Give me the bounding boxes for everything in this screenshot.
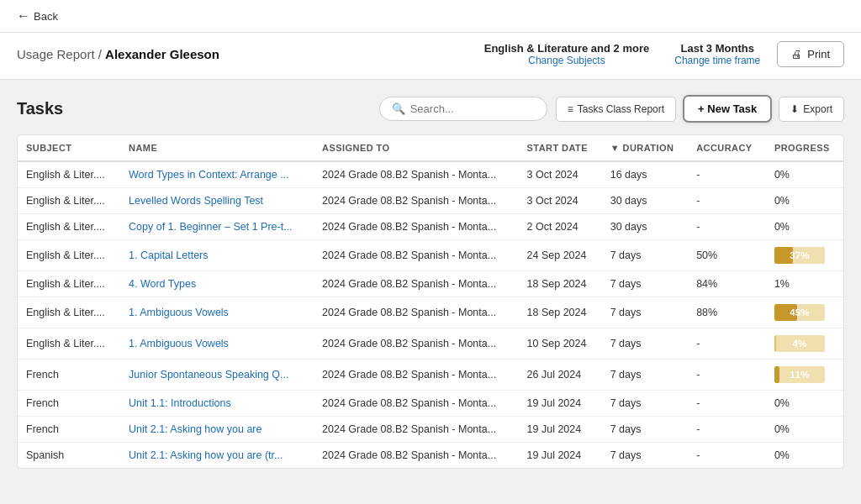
breadcrumb-prefix: Usage Report / bbox=[17, 47, 105, 61]
cell-subject: English & Liter.... bbox=[18, 240, 120, 271]
cell-assigned-to: 2024 Grade 08.B2 Spanish - Monta... bbox=[314, 161, 518, 188]
cell-name[interactable]: Copy of 1. Beginner – Set 1 Pre-t... bbox=[120, 214, 314, 240]
task-name-link[interactable]: Junior Spontaneous Speaking Q... bbox=[129, 369, 288, 381]
cell-assigned-to: 2024 Grade 08.B2 Spanish - Monta... bbox=[314, 443, 518, 469]
table-row: English & Liter....1. Ambiguous Vowels20… bbox=[18, 328, 843, 360]
tasks-table: SUBJECT NAME ASSIGNED TO START DATE ▼ DU… bbox=[18, 135, 843, 468]
cell-start-date: 18 Sep 2024 bbox=[519, 297, 602, 328]
change-subjects-link[interactable]: Change Subjects bbox=[528, 55, 605, 66]
cell-progress: 0% bbox=[766, 443, 843, 469]
change-timeframe-link[interactable]: Change time frame bbox=[674, 55, 760, 66]
cell-assigned-to: 2024 Grade 08.B2 Spanish - Monta... bbox=[314, 214, 518, 240]
cell-duration: 30 days bbox=[602, 188, 688, 214]
task-name-link[interactable]: 1. Capital Letters bbox=[129, 249, 209, 261]
cell-accuracy: - bbox=[688, 214, 766, 240]
task-name-link[interactable]: Word Types in Context: Arrange ... bbox=[129, 169, 289, 181]
cell-duration: 30 days bbox=[602, 214, 688, 240]
cell-name[interactable]: Unit 1.1: Introductions bbox=[120, 391, 314, 417]
cell-name[interactable]: Unit 2.1: Asking how you are bbox=[120, 417, 314, 443]
cell-name[interactable]: 4. Word Types bbox=[120, 271, 314, 297]
task-name-link[interactable]: Unit 1.1: Introductions bbox=[129, 397, 231, 409]
print-icon: 🖨 bbox=[791, 48, 802, 60]
cell-subject: Spanish bbox=[18, 443, 120, 469]
tasks-table-container: SUBJECT NAME ASSIGNED TO START DATE ▼ DU… bbox=[17, 134, 844, 469]
table-row: FrenchUnit 1.1: Introductions2024 Grade … bbox=[18, 391, 843, 417]
cell-duration: 7 days bbox=[602, 360, 688, 391]
cell-subject: French bbox=[18, 360, 120, 391]
breadcrumb: Usage Report / Alexander Gleeson bbox=[17, 47, 484, 61]
cell-progress: 0% bbox=[766, 188, 843, 214]
class-report-button[interactable]: ≡ Tasks Class Report bbox=[556, 97, 676, 122]
subjects-main-text: English & Literature and 2 more bbox=[484, 42, 650, 55]
cell-subject: English & Liter.... bbox=[18, 328, 120, 360]
table-row: FrenchUnit 2.1: Asking how you are2024 G… bbox=[18, 417, 843, 443]
cell-assigned-to: 2024 Grade 08.B2 Spanish - Monta... bbox=[314, 271, 518, 297]
print-button[interactable]: 🖨 Print bbox=[777, 41, 844, 67]
cell-progress: 11% bbox=[766, 360, 843, 391]
back-link[interactable]: ← Back bbox=[17, 8, 58, 24]
cell-duration: 7 days bbox=[602, 417, 688, 443]
col-assigned-to: ASSIGNED TO bbox=[314, 135, 518, 161]
search-box[interactable]: 🔍 bbox=[379, 97, 547, 121]
cell-start-date: 26 Jul 2024 bbox=[519, 360, 602, 391]
task-name-link[interactable]: Unit 2.1: Asking how you are bbox=[129, 423, 261, 435]
print-label: Print bbox=[807, 48, 830, 60]
cell-duration: 7 days bbox=[602, 271, 688, 297]
cell-subject: English & Liter.... bbox=[18, 161, 120, 188]
cell-progress: 1% bbox=[766, 271, 843, 297]
col-duration[interactable]: ▼ DURATION bbox=[602, 135, 688, 161]
cell-duration: 7 days bbox=[602, 443, 688, 469]
cell-accuracy: 84% bbox=[688, 271, 766, 297]
cell-name[interactable]: 1. Ambiguous Vowels bbox=[120, 297, 314, 328]
cell-start-date: 19 Jul 2024 bbox=[519, 391, 602, 417]
col-accuracy: ACCURACY bbox=[688, 135, 766, 161]
task-name-link[interactable]: 1. Ambiguous Vowels bbox=[129, 307, 229, 318]
task-name-link[interactable]: Levelled Words Spelling Test bbox=[129, 195, 263, 207]
task-name-link[interactable]: Copy of 1. Beginner – Set 1 Pre-t... bbox=[129, 221, 293, 233]
cell-subject: English & Liter.... bbox=[18, 214, 120, 240]
table-row: SpanishUnit 2.1: Asking how you are (tr.… bbox=[18, 443, 843, 469]
export-icon: ⬇ bbox=[790, 103, 799, 115]
cell-subject: English & Liter.... bbox=[18, 271, 120, 297]
table-row: English & Liter....Levelled Words Spelli… bbox=[18, 188, 843, 214]
cell-duration: 7 days bbox=[602, 391, 688, 417]
progress-bar: 4% bbox=[774, 335, 825, 352]
cell-name[interactable]: Levelled Words Spelling Test bbox=[120, 188, 314, 214]
export-button[interactable]: ⬇ Export bbox=[779, 97, 844, 122]
cell-subject: English & Liter.... bbox=[18, 188, 120, 214]
cell-name[interactable]: Unit 2.1: Asking how you are (tr... bbox=[120, 443, 314, 469]
task-name-link[interactable]: Unit 2.1: Asking how you are (tr... bbox=[129, 449, 283, 461]
task-name-link[interactable]: 4. Word Types bbox=[129, 278, 196, 290]
tasks-toolbar: Tasks 🔍 ≡ Tasks Class Report + New Task … bbox=[17, 95, 844, 123]
cell-name[interactable]: 1. Capital Letters bbox=[120, 240, 314, 271]
cell-name[interactable]: Junior Spontaneous Speaking Q... bbox=[120, 360, 314, 391]
cell-name[interactable]: 1. Ambiguous Vowels bbox=[120, 328, 314, 360]
search-icon: 🔍 bbox=[392, 102, 405, 115]
back-arrow-icon: ← bbox=[17, 8, 30, 24]
cell-start-date: 19 Jul 2024 bbox=[519, 417, 602, 443]
table-row: English & Liter....1. Ambiguous Vowels20… bbox=[18, 297, 843, 328]
cell-subject: English & Liter.... bbox=[18, 297, 120, 328]
cell-subject: French bbox=[18, 417, 120, 443]
progress-bar: 37% bbox=[774, 247, 825, 264]
cell-subject: French bbox=[18, 391, 120, 417]
new-task-button[interactable]: + New Task bbox=[683, 95, 772, 123]
cell-accuracy: 88% bbox=[688, 297, 766, 328]
top-bar: ← Back bbox=[0, 0, 861, 33]
cell-assigned-to: 2024 Grade 08.B2 Spanish - Monta... bbox=[314, 391, 518, 417]
tasks-title: Tasks bbox=[17, 99, 63, 118]
search-input[interactable] bbox=[410, 102, 535, 115]
cell-assigned-to: 2024 Grade 08.B2 Spanish - Monta... bbox=[314, 360, 518, 391]
cell-duration: 7 days bbox=[602, 328, 688, 360]
progress-text: 0% bbox=[774, 423, 790, 435]
cell-accuracy: - bbox=[688, 161, 766, 188]
cell-assigned-to: 2024 Grade 08.B2 Spanish - Monta... bbox=[314, 188, 518, 214]
new-task-label: + New Task bbox=[698, 102, 757, 115]
task-name-link[interactable]: 1. Ambiguous Vowels bbox=[129, 338, 229, 349]
cell-start-date: 18 Sep 2024 bbox=[519, 271, 602, 297]
cell-progress: 0% bbox=[766, 214, 843, 240]
cell-accuracy: - bbox=[688, 417, 766, 443]
cell-duration: 7 days bbox=[602, 240, 688, 271]
progress-text: 0% bbox=[774, 397, 790, 409]
cell-name[interactable]: Word Types in Context: Arrange ... bbox=[120, 161, 314, 188]
